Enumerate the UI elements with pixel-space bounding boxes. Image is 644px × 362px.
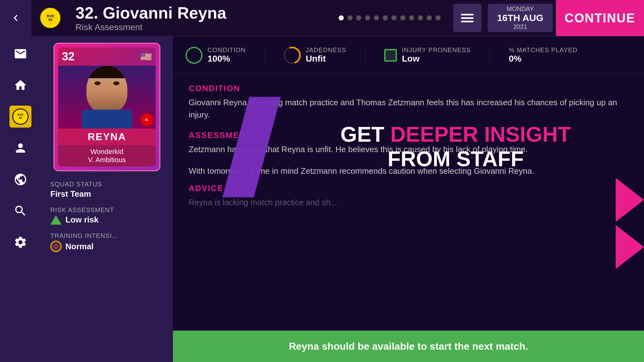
jadedness-stat: JADEDNESS Unfit [284,47,346,64]
dot-2[interactable] [347,15,353,20]
squad-status-value: First Team [50,189,164,199]
card-trait-2: V. Ambitious [88,156,126,164]
risk-label: RISK ASSESSMENT [50,206,164,214]
svg-point-0 [284,47,300,63]
bvb-logo-sidebar: BVB09 [12,108,29,125]
stat-divider-1 [264,46,265,65]
matches-played-value: 0% [509,54,578,64]
risk-triangle-icon [50,215,62,225]
sidebar-item-settings[interactable] [9,231,31,253]
year-label: 2021 [513,23,527,30]
card-trait-1: Wonderkid [91,148,124,156]
recommendation-text: Reyna should be available to start the n… [289,341,528,352]
day-label: MONDAY [507,5,534,13]
back-button[interactable] [0,0,31,36]
top-bar: BVB09 32. Giovanni Reyna Risk Assessment… [0,0,644,36]
injury-proneness-info: INJURY PRONENESS Low [402,47,471,64]
condition-value: 100% [208,54,246,64]
recommendation-bar: Reyna should be available to start the n… [173,331,644,362]
dot-4[interactable] [365,15,370,20]
card-flag: 🇺🇸 [140,51,152,62]
risk-value: Low risk [65,215,98,225]
arrow-2 [616,225,644,269]
sidebar-item-search[interactable] [9,200,31,222]
sidebar-item-manager[interactable] [9,137,31,159]
date-label: 16TH AUG [497,13,543,23]
bvb-logo: BVB09 [39,7,61,29]
training-value-row: Normal [50,241,164,252]
condition-section-label: CONDITION [189,84,628,93]
main-content: CONDITION 100% JADEDNESS Unfit INJURY PR… [173,36,644,362]
menu-line-2 [461,17,474,19]
dot-9[interactable] [409,15,414,20]
pagination-dots [329,15,450,20]
sidebar-item-mail[interactable] [9,43,31,65]
menu-line-3 [461,21,474,22]
condition-label: CONDITION [208,47,246,54]
promo-line1: GET DEEPER INSIGHT [340,122,571,146]
condition-info: CONDITION 100% [208,47,246,64]
dot-11[interactable] [427,15,432,20]
matches-played-info: % MATCHES PLAYED 0% [509,47,578,64]
dot-3[interactable] [356,15,361,20]
promo-text: GET DEEPER INSIGHT FROM STAFF [340,122,571,171]
matches-played-label: % MATCHES PLAYED [509,47,578,54]
card-number: 32 [62,50,75,63]
player-card: 32 🇺🇸 [53,43,160,171]
jadedness-info: JADEDNESS Unfit [306,47,346,64]
dot-7[interactable] [391,15,397,20]
dot-10[interactable] [418,15,423,20]
stats-bar: CONDITION 100% JADEDNESS Unfit INJURY PR… [173,36,644,74]
content-area: CONDITION Giovanni Reyna is lacking matc… [173,74,644,228]
squad-status-row: SQUAD STATUS First Team [50,181,164,199]
training-value: Normal [65,242,94,251]
sidebar: BVB09 [0,36,41,362]
menu-button[interactable] [453,4,481,32]
bundesliga-badge: BL [141,113,153,126]
promo-overlay: GET DEEPER INSIGHT FROM STAFF [267,122,644,171]
training-row: TRAINING INTENSI... Normal [50,232,164,252]
section-label: Risk Assessment [75,22,323,32]
sidebar-item-home[interactable] [9,74,31,96]
condition-circle [186,47,203,64]
player-full-name: 32. Giovanni Reyna [75,3,323,22]
club-logo-top: BVB09 [31,0,69,36]
injury-proneness-square [384,49,397,62]
promo-deeper-insight: DEEPER INSIGHT [390,122,571,146]
risk-assessment-row: RISK ASSESSMENT Low risk [50,206,164,225]
card-traits: Wonderkid V. Ambitious [58,145,156,167]
squad-status-label: SQUAD STATUS [50,181,164,188]
advice-section-text: Reyna is lacking match practice and sh..… [189,196,628,209]
dot-8[interactable] [400,15,405,20]
promo-line2: FROM STAFF [340,146,571,171]
dot-12[interactable] [436,15,441,20]
injury-proneness-value: Low [402,54,471,64]
card-photo: BL [58,66,156,129]
sidebar-item-world[interactable] [9,168,31,190]
training-indicator [50,241,62,252]
injury-proneness-stat: INJURY PRONENESS Low [384,47,471,64]
card-player-name: REYNA [61,131,153,143]
pink-arrows-decoration [616,178,644,272]
jadedness-value: Unfit [306,54,346,64]
player-section: 32 🇺🇸 [41,36,173,362]
sidebar-item-club[interactable]: BVB09 [9,106,31,128]
date-display: MONDAY 16TH AUG 2021 [488,4,553,32]
condition-stat: CONDITION 100% [186,47,246,64]
stat-divider-2 [365,46,365,65]
arrow-1 [616,178,644,222]
player-title: 32. Giovanni Reyna Risk Assessment [69,3,329,32]
card-name-area: REYNA [58,129,156,145]
matches-played-stat: % MATCHES PLAYED 0% [509,47,578,64]
training-label: TRAINING INTENSI... [50,232,164,239]
continue-button[interactable]: CONTINUE [556,0,644,36]
dot-1[interactable] [339,15,344,20]
card-header: 32 🇺🇸 [58,47,156,66]
player-card-inner: 32 🇺🇸 [58,47,156,167]
player-info: SQUAD STATUS First Team RISK ASSESSMENT … [47,181,167,260]
dot-5[interactable] [374,15,379,20]
stat-divider-3 [490,46,490,65]
dot-6[interactable] [383,15,388,20]
promo-get: GET [340,122,390,146]
risk-value-row: Low risk [50,215,164,225]
